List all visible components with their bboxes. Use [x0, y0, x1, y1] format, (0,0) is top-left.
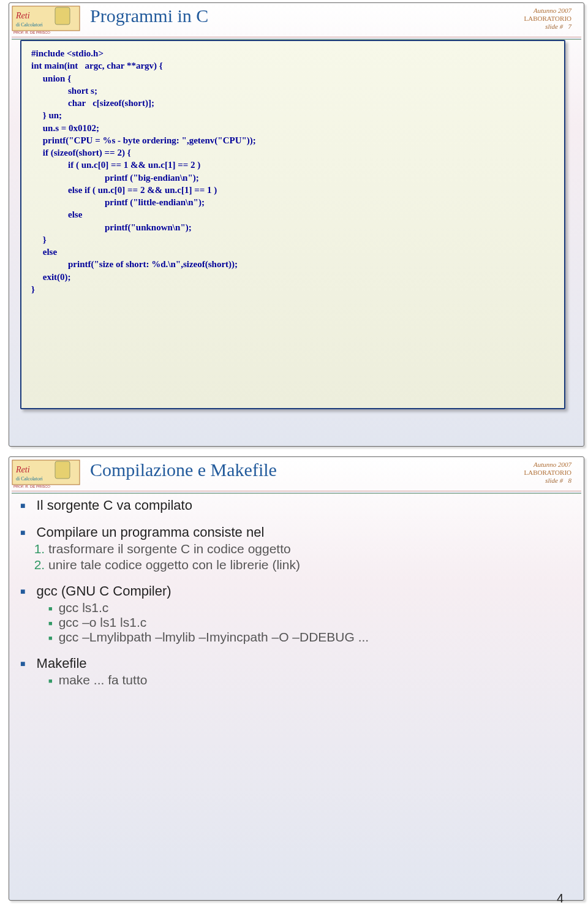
- svg-rect-8: [55, 461, 70, 479]
- code-panel: #include <stdio.h> int main(int argc, ch…: [20, 40, 565, 409]
- bullet-makefile: Makefile make ... fa tutto: [20, 656, 565, 687]
- slide-frame-1: Reti di Calcolatori PROF. R. DE PRISCO P…: [9, 2, 584, 447]
- code-block: #include <stdio.h> int main(int argc, ch…: [31, 47, 554, 295]
- list-item: trasformare il sorgente C in codice ogge…: [48, 542, 565, 556]
- list-item: make ... fa tutto: [48, 673, 565, 687]
- slide-title: Programmi in C: [90, 6, 208, 26]
- bullet-gcc: gcc (GNU C Compiler) gcc ls1.c gcc –o ls…: [20, 583, 565, 645]
- meta-term: Autunno 2007: [524, 7, 571, 15]
- svg-text:Reti: Reti: [15, 465, 30, 474]
- page-number: 4: [557, 891, 564, 906]
- meta-slidenum: 7: [568, 23, 572, 30]
- list-item: unire tale codice oggetto con le libreri…: [48, 558, 565, 572]
- list-item: gcc –Lmylibpath –lmylib –Imyincpath –O –…: [48, 630, 565, 645]
- content-area: Il sorgente C va compilato Compilare un …: [20, 498, 565, 878]
- meta-slidenum: 8: [568, 477, 572, 484]
- bullet-compilare: Compilare un programma consiste nel tras…: [20, 524, 565, 572]
- slide-frame-2: Reti di Calcolatori PROF. R. DE PRISCO C…: [9, 456, 584, 901]
- meta-term: Autunno 2007: [524, 461, 571, 469]
- title-divider: [12, 491, 581, 493]
- bullet-text: Makefile: [37, 656, 87, 671]
- course-logo: Reti di Calcolatori PROF. R. DE PRISCO: [11, 5, 81, 34]
- bullet-text: gcc (GNU C Compiler): [37, 583, 172, 599]
- meta-slidelabel: slide #: [545, 23, 563, 30]
- meta-slidelabel: slide #: [545, 477, 563, 484]
- svg-text:PROF. R. DE PRISCO: PROF. R. DE PRISCO: [13, 31, 50, 34]
- meta-lab: LABORATORIO: [524, 15, 571, 23]
- svg-text:di Calcolatori: di Calcolatori: [16, 22, 43, 28]
- slide-meta: Autunno 2007 LABORATORIO slide # 8: [524, 461, 571, 485]
- bullet-sorgente: Il sorgente C va compilato: [20, 498, 565, 513]
- svg-text:PROF. R. DE PRISCO: PROF. R. DE PRISCO: [13, 485, 50, 488]
- list-item: gcc ls1.c: [48, 600, 565, 615]
- svg-text:Reti: Reti: [15, 11, 30, 20]
- course-logo: Reti di Calcolatori PROF. R. DE PRISCO: [11, 459, 81, 488]
- svg-rect-3: [55, 7, 70, 25]
- svg-text:di Calcolatori: di Calcolatori: [16, 476, 43, 482]
- slide-title: Compilazione e Makefile: [90, 460, 277, 480]
- bullet-text: Compilare un programma consiste nel: [37, 524, 265, 540]
- meta-lab: LABORATORIO: [524, 469, 571, 477]
- slide-meta: Autunno 2007 LABORATORIO slide # 7: [524, 7, 571, 31]
- list-item: gcc –o ls1 ls1.c: [48, 615, 565, 630]
- title-divider: [12, 37, 581, 39]
- bullet-text: Il sorgente C va compilato: [37, 498, 192, 513]
